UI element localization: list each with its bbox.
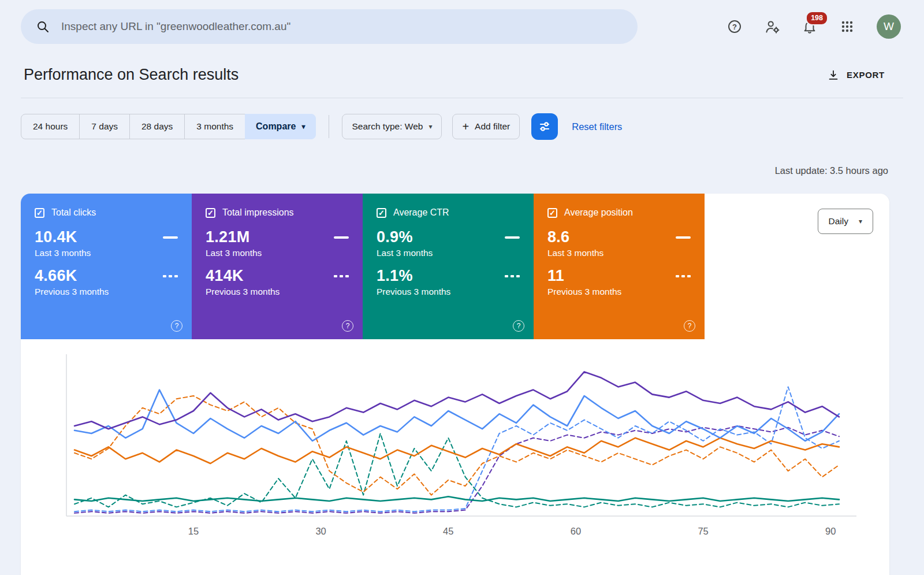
filter-bar: 24 hours 7 days 28 days 3 months Compare…	[0, 98, 924, 140]
report-panel: Total clicks 10.4K Last 3 months 4.66K P…	[21, 194, 889, 575]
reset-filters-link[interactable]: Reset filters	[572, 121, 622, 132]
svg-text:15: 15	[188, 526, 199, 536]
metric-current-value: 8.6	[547, 228, 569, 246]
metric-current-value: 0.9%	[377, 228, 413, 246]
dashed-line-icon	[334, 275, 349, 277]
notifications-button[interactable]: 198	[802, 18, 818, 35]
solid-line-icon	[505, 236, 520, 239]
metric-card-total-impressions[interactable]: Total impressions 1.21M Last 3 months 41…	[192, 194, 363, 339]
metric-label: Total impressions	[222, 207, 294, 218]
download-icon	[827, 69, 840, 81]
metric-previous-value: 4.66K	[35, 267, 77, 285]
help-icon[interactable]: ?	[513, 320, 524, 332]
average-ctr-checkbox[interactable]	[377, 208, 386, 218]
chart-container: 153045607590	[21, 343, 889, 551]
metric-previous-value: 1.1%	[377, 267, 413, 285]
solid-line-icon	[163, 236, 178, 239]
add-filter-button[interactable]: + Add filter	[452, 114, 520, 139]
metric-label: Average CTR	[393, 207, 449, 218]
tune-icon	[538, 120, 551, 133]
total-clicks-checkbox[interactable]	[35, 208, 44, 218]
chevron-down-icon: ▾	[301, 123, 305, 131]
granularity-dropdown[interactable]: Daily ▾	[818, 209, 873, 234]
help-button[interactable]: ?	[726, 18, 743, 35]
metric-card-average-position[interactable]: Average position 8.6 Last 3 months 11 Pr…	[534, 194, 705, 339]
chevron-down-icon: ▾	[859, 217, 862, 225]
page-head: Performance on Search results EXPORT	[0, 52, 924, 98]
solid-line-icon	[676, 236, 691, 239]
metric-previous-value: 11	[547, 267, 564, 285]
svg-text:30: 30	[315, 526, 326, 536]
compare-label: Compare	[256, 121, 296, 132]
metric-current-value: 1.21M	[206, 228, 250, 246]
chevron-down-icon: ▾	[429, 123, 432, 131]
granularity-label: Daily	[829, 216, 848, 227]
filter-settings-button[interactable]	[531, 113, 558, 140]
compare-button[interactable]: Compare ▾	[245, 114, 316, 139]
topbar-actions: ? 198	[726, 14, 901, 39]
apps-grid-icon	[841, 20, 854, 33]
user-settings-button[interactable]	[764, 18, 780, 35]
dashed-line-icon	[676, 275, 691, 277]
range-24-hours[interactable]: 24 hours	[21, 114, 80, 139]
metric-previous-period: Previous 3 months	[206, 287, 349, 297]
performance-chart[interactable]: 153045607590	[21, 343, 889, 551]
search-input[interactable]	[60, 20, 631, 34]
metric-cards-row: Total clicks 10.4K Last 3 months 4.66K P…	[21, 194, 889, 339]
help-icon[interactable]: ?	[342, 320, 353, 332]
last-update-text: Last update: 3.5 hours ago	[0, 140, 924, 194]
account-avatar[interactable]: W	[877, 14, 901, 39]
metric-previous-period: Previous 3 months	[377, 287, 520, 297]
metric-label: Total clicks	[51, 207, 96, 218]
total-impressions-checkbox[interactable]	[206, 208, 215, 218]
metric-label: Average position	[564, 207, 633, 218]
svg-text:90: 90	[825, 526, 836, 536]
metric-previous-period: Previous 3 months	[547, 287, 691, 297]
url-inspect-searchbar[interactable]	[21, 9, 638, 44]
plus-icon: +	[462, 121, 469, 132]
help-icon[interactable]: ?	[171, 320, 182, 332]
search-icon	[36, 20, 50, 34]
average-position-checkbox[interactable]	[547, 208, 557, 218]
date-range-group: 24 hours 7 days 28 days 3 months Compare…	[21, 114, 316, 139]
notification-badge: 198	[806, 11, 828, 25]
svg-text:60: 60	[571, 526, 581, 536]
range-3-months[interactable]: 3 months	[184, 114, 245, 139]
metric-current-period: Last 3 months	[35, 248, 178, 258]
solid-line-icon	[334, 236, 349, 239]
range-7-days[interactable]: 7 days	[79, 114, 130, 139]
add-filter-label: Add filter	[475, 121, 510, 132]
user-settings-icon	[765, 19, 780, 35]
range-28-days[interactable]: 28 days	[129, 114, 185, 139]
help-icon: ?	[728, 20, 741, 33]
page-title: Performance on Search results	[24, 66, 239, 84]
metric-card-total-clicks[interactable]: Total clicks 10.4K Last 3 months 4.66K P…	[21, 194, 192, 339]
metric-previous-value: 414K	[206, 267, 244, 285]
metric-current-period: Last 3 months	[377, 248, 520, 258]
metric-card-average-ctr[interactable]: Average CTR 0.9% Last 3 months 1.1% Prev…	[363, 194, 534, 339]
search-type-button[interactable]: Search type: Web ▾	[342, 114, 442, 139]
svg-text:45: 45	[443, 526, 453, 536]
filter-separator	[329, 115, 329, 138]
svg-text:75: 75	[698, 526, 708, 536]
metric-current-period: Last 3 months	[206, 248, 349, 258]
topbar: ? 198	[0, 0, 924, 52]
metric-previous-period: Previous 3 months	[35, 287, 178, 297]
export-label: EXPORT	[847, 70, 885, 80]
apps-grid-button[interactable]	[839, 18, 855, 35]
metric-current-period: Last 3 months	[547, 248, 691, 258]
search-type-label: Search type: Web	[352, 121, 423, 132]
dashed-line-icon	[163, 275, 178, 277]
help-icon[interactable]: ?	[684, 320, 695, 332]
dashed-line-icon	[505, 275, 520, 277]
metric-current-value: 10.4K	[35, 228, 77, 246]
export-button[interactable]: EXPORT	[824, 68, 888, 82]
